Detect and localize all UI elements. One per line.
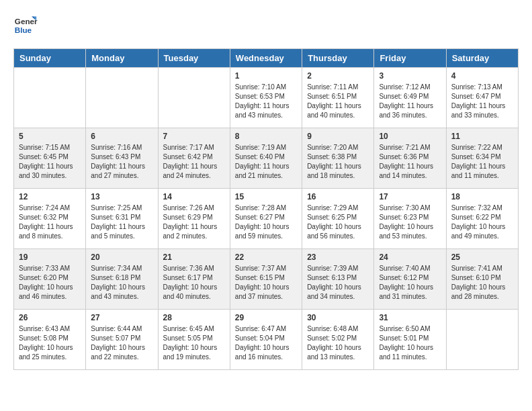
calendar-cell: 14Sunrise: 7:26 AM Sunset: 6:29 PM Dayli… (158, 189, 230, 249)
day-info: Sunrise: 7:28 AM Sunset: 6:27 PM Dayligh… (235, 203, 297, 241)
day-number: 30 (307, 313, 369, 322)
day-number: 15 (235, 192, 297, 201)
svg-text:Blue: Blue (15, 26, 32, 34)
weekday-header-wednesday: Wednesday (230, 49, 302, 68)
day-info: Sunrise: 7:30 AM Sunset: 6:23 PM Dayligh… (379, 203, 441, 241)
calendar-cell (158, 68, 230, 128)
logo: General Blue (13, 13, 38, 38)
weekday-header-sunday: Sunday (14, 49, 86, 68)
calendar-cell (14, 68, 86, 128)
day-info: Sunrise: 7:26 AM Sunset: 6:29 PM Dayligh… (163, 203, 225, 241)
day-info: Sunrise: 7:16 AM Sunset: 6:43 PM Dayligh… (91, 143, 152, 181)
day-number: 12 (19, 192, 81, 201)
day-number: 13 (91, 192, 152, 201)
day-number: 21 (163, 253, 225, 262)
day-info: Sunrise: 6:47 AM Sunset: 5:04 PM Dayligh… (235, 324, 297, 362)
day-info: Sunrise: 7:33 AM Sunset: 6:20 PM Dayligh… (19, 264, 81, 302)
day-number: 10 (379, 132, 441, 141)
page-header: General Blue (13, 13, 519, 38)
day-info: Sunrise: 7:40 AM Sunset: 6:12 PM Dayligh… (379, 264, 441, 302)
calendar-cell: 13Sunrise: 7:25 AM Sunset: 6:31 PM Dayli… (86, 189, 158, 249)
calendar-week-row: 12Sunrise: 7:24 AM Sunset: 6:32 PM Dayli… (14, 189, 519, 249)
day-number: 14 (163, 192, 225, 201)
day-info: Sunrise: 6:44 AM Sunset: 5:07 PM Dayligh… (91, 324, 152, 362)
calendar-cell: 21Sunrise: 7:36 AM Sunset: 6:17 PM Dayli… (158, 249, 230, 310)
day-number: 17 (379, 192, 441, 201)
calendar-cell (446, 310, 518, 370)
day-number: 6 (91, 132, 152, 141)
day-info: Sunrise: 7:22 AM Sunset: 6:34 PM Dayligh… (451, 143, 513, 181)
calendar-cell: 23Sunrise: 7:39 AM Sunset: 6:13 PM Dayli… (302, 249, 374, 310)
day-info: Sunrise: 6:50 AM Sunset: 5:01 PM Dayligh… (379, 324, 441, 362)
day-info: Sunrise: 7:29 AM Sunset: 6:25 PM Dayligh… (307, 203, 369, 241)
calendar-cell: 17Sunrise: 7:30 AM Sunset: 6:23 PM Dayli… (374, 189, 446, 249)
day-number: 16 (307, 192, 369, 201)
day-info: Sunrise: 7:10 AM Sunset: 6:53 PM Dayligh… (235, 83, 297, 120)
day-info: Sunrise: 7:37 AM Sunset: 6:15 PM Dayligh… (235, 264, 297, 302)
day-number: 20 (91, 253, 152, 262)
calendar-cell: 26Sunrise: 6:43 AM Sunset: 5:08 PM Dayli… (14, 310, 86, 370)
day-number: 27 (91, 313, 152, 322)
calendar-cell: 20Sunrise: 7:34 AM Sunset: 6:18 PM Dayli… (86, 249, 158, 310)
calendar-header-row: SundayMondayTuesdayWednesdayThursdayFrid… (14, 49, 519, 68)
calendar-week-row: 19Sunrise: 7:33 AM Sunset: 6:20 PM Dayli… (14, 249, 519, 310)
day-number: 1 (235, 71, 297, 81)
day-number: 8 (235, 132, 297, 141)
calendar-cell: 22Sunrise: 7:37 AM Sunset: 6:15 PM Dayli… (230, 249, 302, 310)
day-info: Sunrise: 7:34 AM Sunset: 6:18 PM Dayligh… (91, 264, 152, 302)
calendar-cell: 24Sunrise: 7:40 AM Sunset: 6:12 PM Dayli… (374, 249, 446, 310)
day-info: Sunrise: 7:24 AM Sunset: 6:32 PM Dayligh… (19, 203, 81, 241)
day-info: Sunrise: 7:12 AM Sunset: 6:49 PM Dayligh… (379, 83, 441, 120)
day-number: 28 (163, 313, 225, 322)
day-info: Sunrise: 7:20 AM Sunset: 6:38 PM Dayligh… (307, 143, 369, 181)
day-info: Sunrise: 7:41 AM Sunset: 6:10 PM Dayligh… (451, 264, 513, 302)
calendar-cell: 15Sunrise: 7:28 AM Sunset: 6:27 PM Dayli… (230, 189, 302, 249)
day-info: Sunrise: 7:32 AM Sunset: 6:22 PM Dayligh… (451, 203, 513, 241)
day-number: 18 (451, 192, 513, 201)
calendar-cell: 18Sunrise: 7:32 AM Sunset: 6:22 PM Dayli… (446, 189, 518, 249)
calendar-cell: 25Sunrise: 7:41 AM Sunset: 6:10 PM Dayli… (446, 249, 518, 310)
calendar-cell: 9Sunrise: 7:20 AM Sunset: 6:38 PM Daylig… (302, 128, 374, 189)
day-number: 4 (451, 71, 513, 81)
day-number: 3 (379, 71, 441, 81)
day-number: 19 (19, 253, 81, 262)
calendar-cell: 27Sunrise: 6:44 AM Sunset: 5:07 PM Dayli… (86, 310, 158, 370)
day-info: Sunrise: 7:13 AM Sunset: 6:47 PM Dayligh… (451, 83, 513, 120)
weekday-header-saturday: Saturday (446, 49, 518, 68)
day-number: 24 (379, 253, 441, 262)
calendar-cell: 5Sunrise: 7:15 AM Sunset: 6:45 PM Daylig… (14, 128, 86, 189)
day-info: Sunrise: 7:39 AM Sunset: 6:13 PM Dayligh… (307, 264, 369, 302)
day-number: 11 (451, 132, 513, 141)
calendar-cell: 4Sunrise: 7:13 AM Sunset: 6:47 PM Daylig… (446, 68, 518, 128)
day-info: Sunrise: 7:25 AM Sunset: 6:31 PM Dayligh… (91, 203, 152, 241)
calendar-cell: 31Sunrise: 6:50 AM Sunset: 5:01 PM Dayli… (374, 310, 446, 370)
day-info: Sunrise: 7:36 AM Sunset: 6:17 PM Dayligh… (163, 264, 225, 302)
day-info: Sunrise: 6:48 AM Sunset: 5:02 PM Dayligh… (307, 324, 369, 362)
calendar-table: SundayMondayTuesdayWednesdayThursdayFrid… (13, 48, 519, 370)
day-number: 29 (235, 313, 297, 322)
day-number: 25 (451, 253, 513, 262)
day-number: 7 (163, 132, 225, 141)
calendar-cell: 16Sunrise: 7:29 AM Sunset: 6:25 PM Dayli… (302, 189, 374, 249)
calendar-cell: 10Sunrise: 7:21 AM Sunset: 6:36 PM Dayli… (374, 128, 446, 189)
day-info: Sunrise: 7:19 AM Sunset: 6:40 PM Dayligh… (235, 143, 297, 181)
calendar-cell: 12Sunrise: 7:24 AM Sunset: 6:32 PM Dayli… (14, 189, 86, 249)
calendar-cell: 29Sunrise: 6:47 AM Sunset: 5:04 PM Dayli… (230, 310, 302, 370)
calendar-cell: 30Sunrise: 6:48 AM Sunset: 5:02 PM Dayli… (302, 310, 374, 370)
day-number: 31 (379, 313, 441, 322)
day-number: 9 (307, 132, 369, 141)
day-info: Sunrise: 6:43 AM Sunset: 5:08 PM Dayligh… (19, 324, 81, 362)
day-info: Sunrise: 7:21 AM Sunset: 6:36 PM Dayligh… (379, 143, 441, 181)
calendar-week-row: 5Sunrise: 7:15 AM Sunset: 6:45 PM Daylig… (14, 128, 519, 189)
calendar-cell: 19Sunrise: 7:33 AM Sunset: 6:20 PM Dayli… (14, 249, 86, 310)
weekday-header-thursday: Thursday (302, 49, 374, 68)
calendar-cell: 6Sunrise: 7:16 AM Sunset: 6:43 PM Daylig… (86, 128, 158, 189)
calendar-cell: 2Sunrise: 7:11 AM Sunset: 6:51 PM Daylig… (302, 68, 374, 128)
day-number: 26 (19, 313, 81, 322)
weekday-header-monday: Monday (86, 49, 158, 68)
day-number: 22 (235, 253, 297, 262)
day-info: Sunrise: 6:45 AM Sunset: 5:05 PM Dayligh… (163, 324, 225, 362)
weekday-header-friday: Friday (374, 49, 446, 68)
calendar-cell (86, 68, 158, 128)
calendar-week-row: 26Sunrise: 6:43 AM Sunset: 5:08 PM Dayli… (14, 310, 519, 370)
